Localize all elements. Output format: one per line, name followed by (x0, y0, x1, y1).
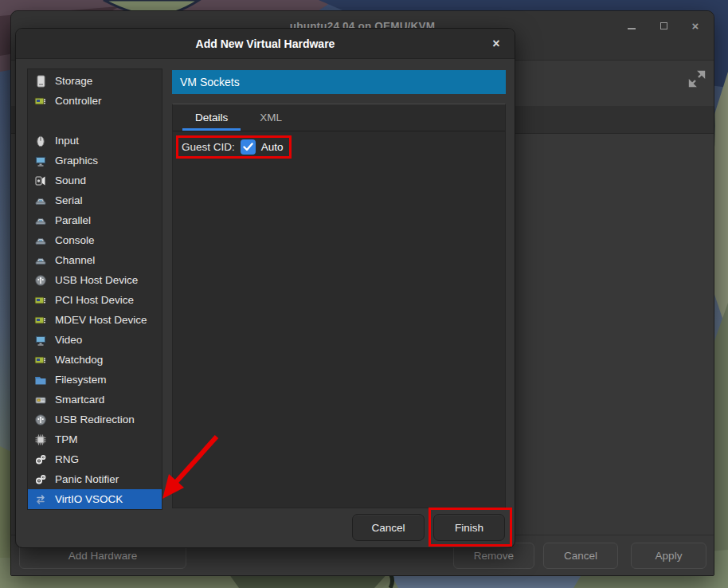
sidebar-item-filesystem[interactable]: Filesystem (28, 370, 162, 390)
tab-label: XML (260, 112, 282, 123)
port-icon (34, 194, 47, 207)
sidebar-item-parallel[interactable]: Parallel (28, 210, 162, 230)
sidebar-item-label: PCI Host Device (55, 294, 134, 306)
sidebar-item-label: USB Host Device (55, 274, 138, 286)
sidebar-item-label: Controller (55, 95, 102, 107)
sidebar-item-input[interactable]: Input (28, 131, 162, 151)
mouse-icon (34, 135, 47, 147)
sidebar-item-graphics[interactable]: Graphics (28, 151, 162, 171)
tab-label: Details (195, 112, 228, 123)
minimize-button[interactable] (621, 15, 642, 36)
display-icon (34, 334, 47, 347)
sidebar-item-controller[interactable]: Controller (28, 91, 162, 111)
sidebar-item-virtio-vsock[interactable]: VirtIO VSOCK (28, 489, 162, 509)
port-icon (34, 254, 47, 267)
close-button-parent[interactable]: × (685, 15, 706, 36)
sidebar-item-sound[interactable]: Sound (28, 171, 162, 190)
cancel-button[interactable]: Cancel (352, 514, 425, 541)
sidebar-item-pci-host-device[interactable]: PCI Host Device (28, 290, 162, 310)
dialog-titlebar[interactable]: Add New Virtual Hardware × (16, 29, 515, 59)
sidebar-item-smartcard[interactable]: Smartcard (28, 390, 162, 410)
sidebar-item-label: TPM (55, 433, 78, 445)
sidebar-item-label: Parallel (55, 214, 91, 226)
dialog-title: Add New Virtual Hardware (196, 37, 335, 50)
sidebar-item-label: Input (55, 135, 79, 147)
sidebar-item-video[interactable]: Video (28, 330, 162, 350)
maximize-button[interactable] (653, 15, 674, 36)
sidebar-item-usb-redirection[interactable]: USB Redirection (28, 410, 162, 429)
board-icon (34, 314, 47, 327)
usb-icon (34, 274, 47, 287)
sidebar-item-label: Panic Notifier (55, 473, 119, 485)
display-icon (34, 155, 47, 167)
sidebar-item-label: Smartcard (55, 394, 104, 406)
sidebar-item-label: Watchdog (55, 354, 103, 366)
sidebar-item-watchdog[interactable]: Watchdog (28, 350, 162, 370)
sidebar-item-label: Video (55, 334, 82, 346)
sidebar-item-console[interactable]: Console (28, 230, 162, 250)
sidebar-item-label: VirtIO VSOCK (55, 493, 123, 505)
add-hardware-dialog: Add New Virtual Hardware × Storage Contr… (15, 28, 515, 548)
sidebar-item-channel[interactable]: Channel (28, 250, 162, 270)
gears-icon (34, 453, 47, 466)
auto-checkbox[interactable] (241, 139, 256, 155)
sidebar-item-panic-notifier[interactable]: Panic Notifier (28, 469, 162, 489)
minimize-icon (628, 28, 636, 29)
panel-banner-label: VM Sockets (180, 76, 240, 88)
sidebar-item-label: Filesystem (55, 374, 107, 386)
hardware-type-list[interactable]: Storage Controller Input Graphics Sound … (27, 69, 162, 510)
guest-cid-label: Guest CID: (182, 141, 235, 153)
tab-content: Guest CID: Auto (173, 131, 505, 163)
tab-bar: Details XML (173, 104, 505, 131)
fullscreen-icon[interactable] (687, 69, 707, 89)
chip-icon (34, 433, 47, 446)
finish-annotation-box (429, 508, 512, 547)
sidebar-item-mdev-host-device[interactable]: MDEV Host Device (28, 310, 162, 330)
sidebar-item-label: Storage (55, 75, 92, 87)
panel-banner: VM Sockets (172, 70, 506, 94)
sidebar-item-label: USB Redirection (55, 414, 135, 425)
port-icon (34, 214, 47, 227)
tab-details[interactable]: Details (179, 104, 244, 131)
sidebar-item-label: Sound (55, 174, 86, 186)
sidebar-item-label: Channel (55, 254, 95, 266)
folder-icon (34, 374, 47, 386)
auto-checkbox-label[interactable]: Auto (261, 141, 284, 153)
sidebar-item-label: Serial (55, 194, 83, 206)
board-icon (34, 354, 47, 367)
gears-icon (34, 473, 47, 486)
sidebar-item-label: Graphics (55, 155, 98, 167)
speaker-icon (34, 174, 47, 187)
check-icon (243, 143, 253, 151)
maximize-icon (660, 22, 667, 29)
usb-icon (34, 414, 47, 426)
sidebar-item-usb-host-device[interactable]: USB Host Device (28, 270, 162, 290)
disk-icon (34, 75, 47, 88)
guest-cid-annotation-box: Guest CID: Auto (176, 135, 292, 159)
tab-xml[interactable]: XML (244, 104, 298, 131)
sidebar-item-label: Console (55, 234, 95, 246)
board-icon (34, 294, 47, 307)
vsock-arrows-icon (34, 493, 47, 506)
details-tab-panel: Details XML Guest CID: Auto (172, 104, 506, 508)
close-icon: × (692, 20, 699, 32)
board-icon (34, 95, 47, 108)
sidebar-item-tpm[interactable]: TPM (28, 429, 162, 449)
port-icon (34, 234, 47, 247)
sidebar-item-label: RNG (55, 453, 79, 465)
cancel-button-parent-footer[interactable]: Cancel (543, 543, 618, 569)
sidebar-item-storage[interactable]: Storage (28, 71, 162, 91)
dialog-close-button[interactable]: × (487, 34, 506, 53)
smartcard-icon (34, 394, 47, 406)
sidebar-item-label: MDEV Host Device (55, 314, 147, 326)
sidebar-item[interactable] (28, 111, 162, 131)
sidebar-item-rng[interactable]: RNG (28, 449, 162, 469)
apply-button[interactable]: Apply (631, 543, 706, 569)
sidebar-item-serial[interactable]: Serial (28, 190, 162, 210)
